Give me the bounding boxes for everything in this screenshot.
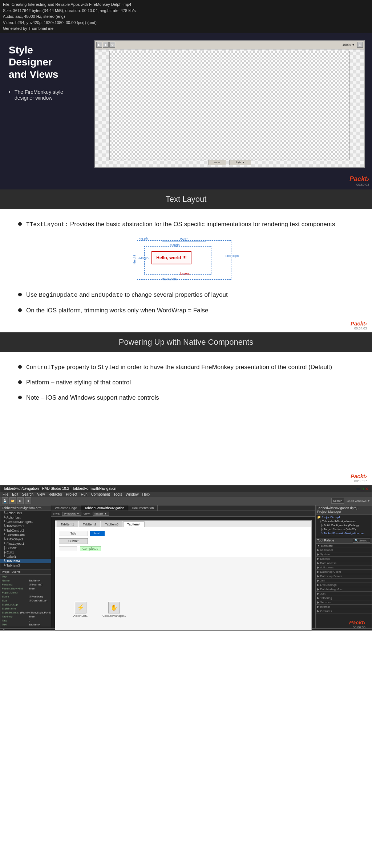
form-submit-btn[interactable]: Submit bbox=[59, 538, 88, 544]
text-layout-bullet-2: Use BeginUpdate and EndUpdate to change … bbox=[18, 291, 354, 300]
menu-window[interactable]: Window bbox=[126, 492, 139, 496]
ide-tab-form[interactable]: TabbedFormwithNavigation bbox=[81, 505, 128, 511]
tree-actionlist[interactable]: └ ActionList bbox=[0, 515, 51, 520]
gesturemanager-label: GestureManager1 bbox=[102, 614, 126, 617]
prop-popup: PopupMenu bbox=[0, 591, 51, 595]
menu-help[interactable]: Help bbox=[142, 492, 150, 496]
target-platforms[interactable]: ├ Target Platforms (Win32) bbox=[317, 527, 370, 531]
ide-menubar: File Edit Search View Refactor Project R… bbox=[0, 492, 372, 497]
tool-palette-items: ▼ Standard ▶ Additional ▶ System ▶ Dialo… bbox=[316, 544, 372, 613]
diag-layout-label: Layout bbox=[180, 272, 190, 275]
palette-databindingmisc[interactable]: ▶ Databinding Misc. bbox=[316, 587, 372, 592]
tree-tabcontrol1[interactable]: └ TabControl1 bbox=[0, 524, 51, 528]
form-tab-4[interactable]: TabItem4 bbox=[123, 521, 145, 527]
toolbar-btn-2[interactable]: ■ bbox=[103, 42, 109, 48]
ide-titlebar: TabbedwithNavigation - RAD Studio 10.2 -… bbox=[0, 485, 372, 492]
palette-standard[interactable]: ▼ Standard bbox=[316, 544, 372, 548]
text-layout-bullet-3: On the iOS platform, trimming works only… bbox=[18, 306, 354, 315]
project-group1[interactable]: 📁 ProjectGroup1 bbox=[317, 515, 370, 519]
beginupdate-code: BeginUpdate bbox=[39, 292, 78, 299]
form-input-field[interactable] bbox=[59, 546, 77, 551]
inspector-props-tab[interactable]: Props bbox=[2, 570, 9, 573]
menu-edit[interactable]: Edit bbox=[12, 492, 18, 496]
info-line-2: Size: 36117642 bytes (34.44 MiB), durati… bbox=[3, 8, 369, 14]
toolbar-btn-platform[interactable]: ⊞ bbox=[357, 42, 363, 48]
diag-hello-world-box: Hello, world !!! bbox=[151, 251, 191, 264]
tree-actionlist1[interactable]: └ ActionList1 bbox=[0, 511, 51, 515]
ide-minimize-btn[interactable]: ─ bbox=[356, 486, 360, 491]
style-designer-slide: Style Designerand Views The FireMonkey s… bbox=[0, 33, 372, 189]
native-dot-3 bbox=[18, 396, 22, 399]
form-pas-file[interactable]: └ TabbedFormwithNavigation.pas bbox=[317, 531, 370, 535]
tree-gesturemanager[interactable]: └ GestureManager1 bbox=[0, 520, 51, 524]
ide-maximize-btn[interactable]: □ bbox=[361, 486, 364, 491]
tree-button1[interactable]: ├ Button1 bbox=[0, 546, 51, 550]
palette-tethering[interactable]: ▶ Tethering bbox=[316, 596, 372, 600]
tree-tabitem-selected[interactable]: └ TabItem4 bbox=[0, 559, 51, 563]
palette-net[interactable]: ▶ .Net bbox=[316, 592, 372, 596]
palette-internet[interactable]: ▶ Internet bbox=[316, 605, 372, 609]
text-layout-bullet-1: TTextLayout: Provides the basic abstract… bbox=[18, 220, 354, 229]
ide-section: TabbedwithNavigation - RAD Studio 10.2 -… bbox=[0, 485, 372, 631]
build-config[interactable]: ├ Build Configuration(Debug) bbox=[317, 523, 370, 527]
menu-component[interactable]: Component bbox=[91, 492, 110, 496]
native-components-bullet-list: ControlType property to Styled in order … bbox=[18, 363, 354, 402]
ide-search-box[interactable]: Search bbox=[331, 498, 344, 504]
gesturemanager-area: ✋ GestureManager1 bbox=[102, 602, 126, 617]
bottom-bar-item1: ▬ ▬ bbox=[208, 160, 226, 165]
form-tab-2[interactable]: TabItem2 bbox=[79, 521, 100, 527]
ide-toolbar-save[interactable]: 💾 bbox=[2, 497, 8, 504]
ide-packt-logo: Packt› bbox=[349, 619, 365, 625]
palette-dataaccess[interactable]: ▶ Data Access bbox=[316, 561, 372, 565]
menu-run[interactable]: Run bbox=[81, 492, 87, 496]
tree-flexlayout[interactable]: └ FlexLayout1 bbox=[0, 541, 51, 546]
view-label: View: bbox=[84, 512, 90, 515]
tree-tabitem3[interactable]: └ TabItem3 bbox=[0, 563, 51, 568]
menu-file[interactable]: File bbox=[3, 492, 8, 496]
palette-datasnapserver[interactable]: ▶ Datasnap Server bbox=[316, 574, 372, 579]
palette-system[interactable]: ▶ System bbox=[316, 552, 372, 557]
tree-fmxobject[interactable]: └ FMXObject bbox=[0, 537, 51, 541]
form-body: Title Next Submit Completed bbox=[55, 527, 311, 557]
menu-project[interactable]: Project bbox=[66, 492, 77, 496]
menu-refactor[interactable]: Refactor bbox=[49, 492, 62, 496]
ide-tab-welcome[interactable]: Welcome Page bbox=[51, 505, 81, 511]
form-title-row: Title Next bbox=[59, 531, 308, 536]
menu-tools[interactable]: Tools bbox=[114, 492, 122, 496]
tool-palette-search[interactable]: 🔍 Search bbox=[353, 539, 370, 543]
palette-additional[interactable]: ▶ Additional bbox=[316, 548, 372, 552]
diag-textwidth-label: TextWidth bbox=[162, 277, 177, 281]
packt-logo-1: Packt› bbox=[349, 175, 369, 183]
palette-dbexpress[interactable]: ▶ dbExpress bbox=[316, 565, 372, 570]
ide-tab-bar: Welcome Page TabbedFormwithNavigation Do… bbox=[51, 505, 315, 511]
tree-tabcontrol2[interactable]: └ TabControl2 bbox=[0, 528, 51, 533]
slide-left-panel: Style Designerand Views The FireMonkey s… bbox=[0, 33, 87, 189]
tree-edit1[interactable]: ├ Edit1 bbox=[0, 550, 51, 555]
form-tab-3[interactable]: TabItem3 bbox=[101, 521, 122, 527]
project-file[interactable]: ├ TabbedwithNavigation.exe bbox=[317, 519, 370, 523]
palette-xml[interactable]: ▶ Xml bbox=[316, 579, 372, 583]
ide-toolbar-debug[interactable]: ⏸ bbox=[25, 497, 31, 504]
palette-gestures[interactable]: ▶ Gestures bbox=[316, 609, 372, 613]
style-select[interactable]: Windows ▼ bbox=[62, 512, 81, 516]
tree-customcom[interactable]: └ CustomCom bbox=[0, 533, 51, 537]
ide-timestamp: 00:06:05 bbox=[349, 625, 365, 629]
inspector-events-tab[interactable]: Events bbox=[12, 570, 20, 573]
toolbar-btn-1[interactable]: ▶ bbox=[96, 42, 102, 48]
palette-dialogs[interactable]: ▶ Dialogs bbox=[316, 557, 372, 561]
menu-view[interactable]: View bbox=[37, 492, 45, 496]
ide-toolbar-run[interactable]: ▶ bbox=[17, 497, 24, 504]
toolbar-btn-3[interactable]: ⚙ bbox=[109, 42, 115, 48]
tree-label1[interactable]: └ Label1 bbox=[0, 555, 51, 559]
palette-livebindings[interactable]: ▶ LiveBindings bbox=[316, 583, 372, 587]
form-next-btn[interactable]: Next bbox=[90, 531, 105, 536]
view-select[interactable]: Master ▼ bbox=[93, 512, 109, 516]
native-packt-logo: Packt› bbox=[351, 473, 367, 479]
menu-search[interactable]: Search bbox=[22, 492, 33, 496]
ide-tab-docs[interactable]: Documentation bbox=[128, 505, 158, 511]
palette-datasnapclient[interactable]: ▶ Datasnap Client bbox=[316, 570, 372, 574]
palette-sensors[interactable]: ▶ Sensors bbox=[316, 600, 372, 605]
form-tab-1[interactable]: TabItem1 bbox=[57, 521, 78, 527]
ide-close-btn[interactable]: ✕ bbox=[365, 486, 369, 491]
ide-toolbar-open[interactable]: 📂 bbox=[9, 497, 16, 504]
